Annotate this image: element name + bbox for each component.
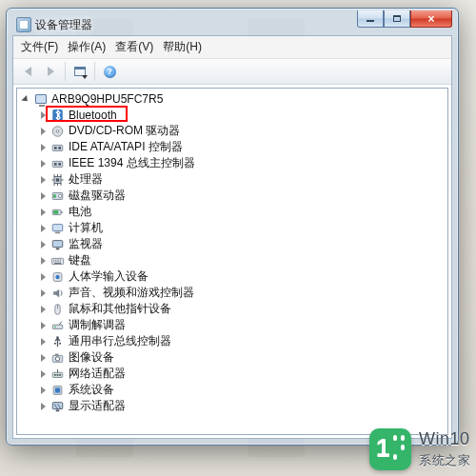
tree-item[interactable]: 电池 — [17, 204, 447, 220]
maximize-icon — [393, 15, 401, 22]
logo-icon: 1 — [369, 428, 411, 470]
disk-icon — [50, 189, 65, 203]
toolbar-back-button[interactable] — [17, 61, 38, 82]
close-button[interactable]: × — [410, 10, 452, 28]
display-icon — [50, 400, 65, 413]
toolbar-properties-button[interactable] — [69, 61, 90, 82]
tree-item[interactable]: 声音、视频和游戏控制器 — [17, 285, 447, 301]
svg-point-29 — [54, 342, 56, 344]
tree-item-label: IDE ATA/ATAPI 控制器 — [69, 139, 183, 155]
tree-item[interactable]: 监视器 — [17, 236, 447, 252]
tree-item-label: 处理器 — [69, 171, 103, 188]
minimize-button[interactable] — [357, 10, 384, 28]
expander-closed-icon[interactable] — [38, 159, 48, 169]
tree-item-label: 键盘 — [69, 252, 91, 268]
computer-icon — [33, 92, 48, 106]
expander-closed-icon[interactable] — [38, 369, 48, 379]
tree-item[interactable]: 系统设备 — [17, 382, 447, 398]
tree-item-label: 磁盘驱动器 — [69, 188, 126, 204]
expander-closed-icon[interactable] — [38, 272, 48, 282]
brand-sub: 系统之家 — [419, 453, 470, 467]
svg-rect-5 — [58, 147, 61, 149]
tree-item-label: 鼠标和其他指针设备 — [69, 301, 171, 317]
svg-point-23 — [55, 274, 59, 278]
window-buttons: × — [357, 10, 452, 28]
expander-closed-icon[interactable] — [38, 127, 48, 136]
toolbar-help-button[interactable]: ? — [99, 61, 120, 82]
footer-branding: 1 Win10 系统之家 — [369, 428, 470, 470]
battery-icon — [50, 206, 65, 219]
expander-closed-icon[interactable] — [38, 321, 48, 330]
tree-item-label: 调制解调器 — [69, 317, 126, 333]
menu-view[interactable]: 查看(V) — [111, 38, 157, 56]
svg-rect-13 — [53, 194, 56, 198]
toolbar-forward-button[interactable] — [40, 61, 61, 82]
mouse-icon — [50, 303, 65, 316]
device-manager-window: 设备管理器 × 文件(F) 操作(A) 查看(V) 帮助(H) — [6, 8, 459, 446]
network-icon — [50, 367, 65, 381]
tree-item[interactable]: 图像设备 — [17, 349, 447, 366]
disc-icon — [50, 125, 65, 138]
tree-item[interactable]: 显示适配器 — [17, 398, 447, 414]
tree-item[interactable]: 计算机 — [17, 220, 447, 236]
svg-rect-36 — [57, 374, 59, 376]
brand-main: Win10 — [419, 429, 470, 448]
brand-text: Win10 系统之家 — [419, 429, 470, 469]
back-arrow-icon — [25, 67, 31, 76]
menu-action[interactable]: 操作(A) — [64, 38, 109, 56]
modem-icon — [50, 319, 65, 332]
imaging-icon — [50, 351, 65, 365]
controller-icon — [50, 157, 65, 170]
expander-closed-icon[interactable] — [38, 353, 48, 363]
tree-item[interactable]: 处理器 — [17, 171, 447, 188]
expander-closed-icon[interactable] — [38, 256, 48, 266]
tree-item[interactable]: 调制解调器 — [17, 317, 447, 333]
keyboard-icon — [50, 254, 65, 268]
tree-root-label: ARB9Q9HPU5FC7R5 — [51, 92, 163, 106]
svg-rect-37 — [59, 374, 61, 376]
tree-item-label: 系统设备 — [69, 382, 114, 398]
expander-closed-icon[interactable] — [38, 240, 48, 249]
tree-item[interactable]: IEEE 1394 总线主控制器 — [17, 155, 447, 171]
expander-closed-icon[interactable] — [38, 305, 48, 314]
tree-item[interactable]: 键盘 — [17, 252, 447, 268]
close-icon: × — [427, 13, 434, 25]
tree-item[interactable]: DVD/CD-ROM 驱动器 — [17, 123, 447, 139]
tree-item-label: 声音、视频和游戏控制器 — [69, 285, 194, 301]
tree-item-label: IEEE 1394 总线主控制器 — [69, 155, 195, 171]
expander-closed-icon[interactable] — [38, 337, 48, 347]
tree-item[interactable]: 鼠标和其他指针设备 — [17, 301, 447, 317]
svg-rect-30 — [59, 342, 61, 344]
minimize-icon — [367, 20, 374, 22]
chevron-down-icon — [82, 75, 88, 79]
expander-closed-icon[interactable] — [38, 386, 48, 395]
maximize-button[interactable] — [384, 10, 410, 28]
svg-rect-33 — [55, 353, 59, 355]
usb-icon — [50, 335, 65, 348]
menu-help[interactable]: 帮助(H) — [159, 38, 206, 56]
expander-closed-icon[interactable] — [38, 224, 48, 233]
tree-item[interactable]: 网络适配器 — [17, 366, 447, 382]
tree-item[interactable]: 人体学输入设备 — [17, 268, 447, 285]
tree-item[interactable]: Bluetooth — [17, 107, 447, 123]
titlebar[interactable]: 设备管理器 × — [12, 14, 452, 35]
tree-item-label: Bluetooth — [69, 109, 117, 122]
expander-closed-icon[interactable] — [38, 191, 48, 201]
expander-closed-icon[interactable] — [38, 143, 48, 152]
device-tree[interactable]: ARB9Q9HPU5FC7R5 BluetoothDVD/CD-ROM 驱动器I… — [16, 88, 448, 435]
tree-item[interactable]: 通用串行总线控制器 — [17, 333, 447, 349]
expander-closed-icon[interactable] — [38, 110, 48, 120]
client-area: 文件(F) 操作(A) 查看(V) 帮助(H) ? — [12, 35, 452, 439]
svg-rect-35 — [54, 374, 56, 376]
expander-closed-icon[interactable] — [38, 208, 48, 217]
expander-open-icon[interactable] — [21, 94, 30, 104]
expander-closed-icon[interactable] — [38, 288, 48, 298]
expander-closed-icon[interactable] — [38, 175, 48, 185]
tree-root-node[interactable]: ARB9Q9HPU5FC7R5 — [17, 90, 447, 107]
svg-point-2 — [56, 129, 59, 132]
tree-item[interactable]: IDE ATA/ATAPI 控制器 — [17, 139, 447, 155]
menu-file[interactable]: 文件(F) — [17, 38, 62, 56]
forward-arrow-icon — [48, 67, 54, 76]
tree-item[interactable]: 磁盘驱动器 — [17, 188, 447, 204]
expander-closed-icon[interactable] — [38, 402, 48, 411]
